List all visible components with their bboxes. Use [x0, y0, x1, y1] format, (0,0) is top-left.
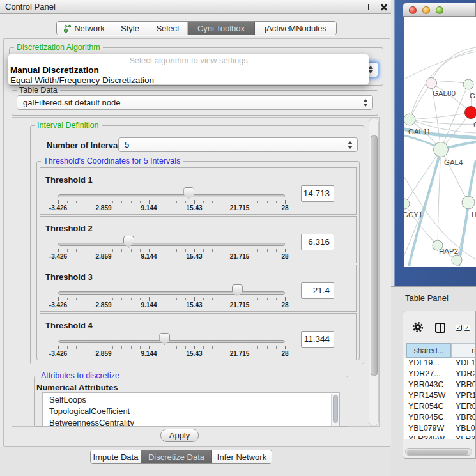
- slider-major-tick: [240, 200, 240, 204]
- close-light-icon[interactable]: [409, 6, 417, 14]
- tab-cyni-toolbox[interactable]: Cyni Toolbox: [188, 22, 255, 35]
- slider-major-tick: [240, 297, 240, 301]
- network-node[interactable]: [452, 255, 462, 265]
- split-panel-icon[interactable]: [435, 323, 445, 333]
- tab-label: Style: [121, 24, 139, 33]
- threshold-slider-thumb[interactable]: [123, 236, 134, 248]
- attribute-list-item[interactable]: SelfLoops: [49, 394, 86, 406]
- tab-style[interactable]: Style: [112, 22, 148, 35]
- threshold-slider-track[interactable]: [58, 291, 285, 295]
- tab-label: Cyni Toolbox: [197, 24, 245, 33]
- bottom-tab-bar: Impute DataDiscretize DataInfer Network: [90, 450, 272, 464]
- checkbox-icon[interactable]: ✓: [464, 325, 470, 331]
- table-row[interactable]: YER054CYER0: [404, 401, 476, 412]
- table-data-combo[interactable]: galFiltered.sif default node: [17, 95, 373, 110]
- network-node-gcy1[interactable]: [404, 199, 410, 209]
- threshold-panel-1: Threshold 1 14.713 -3.4262.8599.14415.43…: [40, 167, 357, 215]
- tab-network[interactable]: Network: [57, 22, 112, 35]
- dropdown-placeholder: Select algorithm to view settings: [8, 56, 369, 65]
- slider-major-tick: [149, 297, 150, 301]
- dropdown-option-equal-width[interactable]: Equal Width/Frequency Discretization: [10, 75, 154, 85]
- network-node-c[interactable]: [465, 107, 476, 119]
- table-row[interactable]: YLR345WYLR3: [404, 434, 476, 439]
- slider-major-tick: [58, 249, 59, 252]
- thresholds-group-title: Threshold's Coordinates for 5 Intervals: [41, 157, 183, 165]
- table-cell: YDL19...: [408, 358, 440, 369]
- network-canvas[interactable]: GAL80G.CGAL11GAL4GCY1HHAP2: [404, 17, 476, 267]
- stepper-arrows-icon: [363, 99, 368, 107]
- network-node-g[interactable]: [463, 79, 473, 89]
- slider-major-tick: [58, 297, 59, 301]
- slider-minor-ticks: [58, 298, 286, 300]
- threshold-label: Threshold 4: [45, 321, 93, 330]
- threshold-slider-thumb[interactable]: [183, 187, 194, 199]
- slider-major-tick: [104, 200, 104, 204]
- tab-discretize-data[interactable]: Discretize Data: [141, 450, 212, 463]
- table-row[interactable]: YDR27...YDR2: [404, 369, 476, 380]
- threshold-slider-thumb[interactable]: [232, 284, 243, 296]
- attribute-list-item[interactable]: BetweennessCentrality: [49, 417, 134, 427]
- slider-minor-ticks: [58, 249, 286, 252]
- network-window-titlebar[interactable]: [403, 3, 476, 17]
- apply-button[interactable]: Apply: [160, 429, 199, 442]
- network-node-gal11[interactable]: [404, 114, 415, 125]
- slider-tick-label: 2.859: [95, 302, 111, 309]
- horizontal-scrollbar[interactable]: [405, 448, 472, 456]
- slider-minor-ticks: [58, 346, 286, 349]
- network-node-gal4[interactable]: [434, 142, 449, 157]
- slider-major-tick: [104, 249, 104, 252]
- slider-tick-label: 28: [281, 204, 288, 211]
- table-row[interactable]: YBL079WYBL0: [404, 423, 476, 434]
- tab-jactivemnodules[interactable]: jActiveMNodules: [255, 22, 336, 35]
- list-scrollbar[interactable]: [331, 394, 339, 426]
- checkbox-icon[interactable]: ✓: [456, 325, 462, 331]
- slider-major-tick: [285, 346, 286, 349]
- table-cell: YER054C: [408, 401, 444, 412]
- slider-major-tick: [149, 200, 150, 204]
- vertical-scrollbar-thumb[interactable]: [371, 135, 378, 376]
- dropdown-option-manual[interactable]: Manual Discretization: [10, 65, 99, 75]
- table-row[interactable]: YBR045CYBR0: [404, 412, 476, 423]
- tab-select[interactable]: Select: [148, 22, 188, 35]
- tab-infer-network[interactable]: Infer Network: [212, 450, 272, 463]
- column-header-shared-name[interactable]: shared...: [406, 343, 451, 358]
- tab-label: Impute Data: [93, 452, 139, 462]
- network-node-h[interactable]: [462, 196, 475, 209]
- threshold-value-field[interactable]: 11.344: [301, 331, 334, 348]
- close-icon[interactable]: [380, 3, 388, 11]
- table-row[interactable]: YPR145WYPR1: [404, 390, 476, 401]
- gear-icon[interactable]: [412, 321, 424, 333]
- minimize-light-icon[interactable]: [422, 6, 430, 14]
- stepper-arrows-icon: [348, 141, 353, 149]
- threshold-slider-track[interactable]: [58, 243, 285, 246]
- top-tab-bar: NetworkStyleSelectCyni ToolboxjActiveMNo…: [56, 21, 337, 35]
- algorithm-group-title: Discretization Algorithm: [14, 43, 103, 52]
- threshold-value-field[interactable]: 6.316: [301, 234, 334, 250]
- list-scrollbar-thumb[interactable]: [333, 395, 338, 423]
- threshold-slider-thumb[interactable]: [159, 333, 170, 345]
- tab-impute-data[interactable]: Impute Data: [91, 450, 141, 463]
- float-window-icon[interactable]: [368, 4, 374, 10]
- attribute-list-item[interactable]: TopologicalCoefficient: [49, 406, 130, 417]
- table-row[interactable]: YDL19...YDL1: [404, 358, 476, 369]
- horizontal-scrollbar-thumb[interactable]: [407, 450, 468, 455]
- table-row[interactable]: YBR043CYBR0: [404, 380, 476, 390]
- column-header-name[interactable]: n: [451, 343, 476, 358]
- network-node-gal80[interactable]: [426, 78, 437, 89]
- slider-major-tick: [240, 346, 240, 349]
- algorithm-dropdown-popup: Select algorithm to view settings Manual…: [8, 54, 369, 85]
- threshold-value-field[interactable]: 21.4: [301, 282, 334, 299]
- threshold-slider-track[interactable]: [58, 194, 285, 197]
- zoom-light-icon[interactable]: [436, 6, 443, 14]
- table-cell: YDR27...: [408, 369, 441, 380]
- slider-tick-label: 21.715: [230, 350, 250, 357]
- num-intervals-combo[interactable]: 5: [118, 137, 358, 152]
- slider-tick-label: 28: [281, 350, 288, 357]
- slider-tick-label: 21.715: [230, 302, 250, 309]
- threshold-slider-track[interactable]: [58, 340, 285, 343]
- threshold-value-field[interactable]: 14.713: [301, 185, 334, 202]
- slider-major-tick: [285, 200, 286, 204]
- node-label: GAL80: [433, 89, 456, 97]
- vertical-scrollbar[interactable]: [369, 118, 379, 426]
- attributes-list[interactable]: SelfLoopsTopologicalCoefficientBetweenne…: [42, 392, 340, 427]
